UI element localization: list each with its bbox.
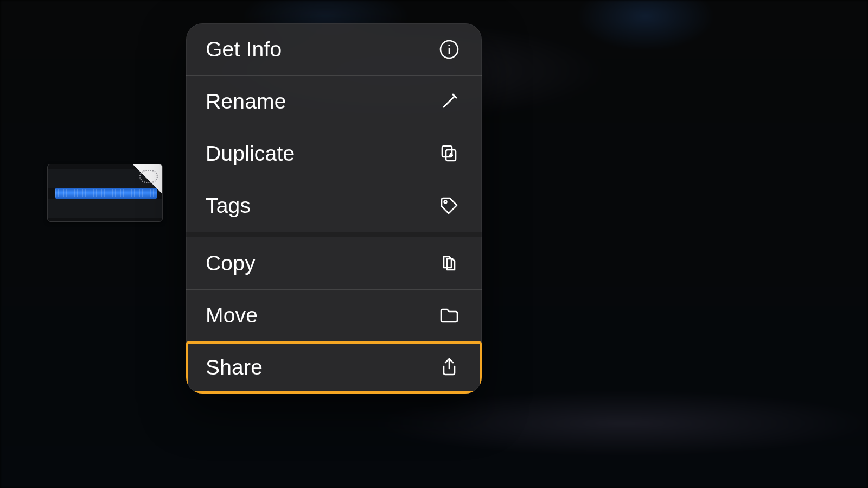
menu-group-separator: [186, 232, 482, 237]
duplicate-icon: [437, 142, 461, 166]
menu-item-duplicate[interactable]: Duplicate: [186, 128, 482, 180]
menu-item-rename[interactable]: Rename: [186, 75, 482, 128]
context-menu-popover: Get Info Rename Duplicate: [186, 23, 482, 394]
tag-icon: [437, 194, 461, 218]
file-thumbnail[interactable]: [47, 164, 163, 222]
menu-item-label: Duplicate: [206, 142, 295, 166]
menu-item-label: Rename: [206, 90, 286, 113]
menu-item-share[interactable]: Share: [186, 341, 482, 394]
folder-icon: [437, 303, 461, 327]
menu-item-copy[interactable]: Copy: [186, 237, 482, 289]
svg-point-8: [444, 201, 447, 204]
menu-item-label: Tags: [206, 194, 251, 218]
menu-item-label: Copy: [206, 251, 256, 275]
copy-icon: [437, 251, 461, 275]
menu-item-label: Move: [206, 303, 258, 327]
menu-item-label: Get Info: [206, 37, 282, 61]
menu-item-tags[interactable]: Tags: [186, 180, 482, 232]
menu-group: Copy Move Share: [186, 237, 482, 394]
thumbnail-track-area: [48, 199, 162, 218]
share-icon: [437, 356, 461, 379]
svg-point-2: [448, 45, 450, 46]
pencil-icon: [437, 90, 461, 113]
thumbnail-waveform: [55, 188, 157, 199]
info-icon: [437, 37, 461, 61]
menu-item-move[interactable]: Move: [186, 289, 482, 341]
menu-group: Get Info Rename Duplicate: [186, 23, 482, 232]
svg-line-3: [444, 96, 455, 107]
menu-item-label: Share: [206, 356, 263, 379]
cloud-status-icon: [139, 170, 158, 183]
menu-item-get-info[interactable]: Get Info: [186, 23, 482, 75]
